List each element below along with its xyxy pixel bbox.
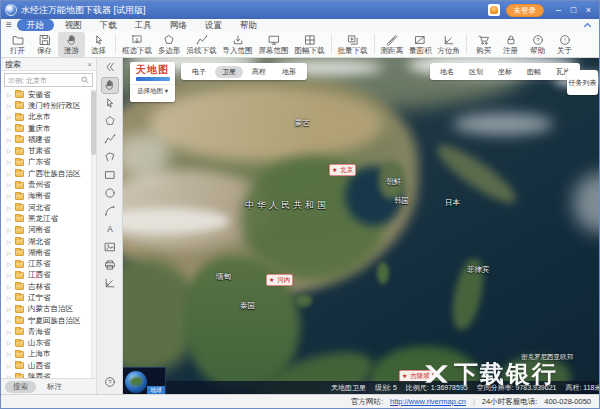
province-row[interactable]: ▷ 江苏省 [1,258,96,269]
expand-arrow-icon[interactable]: ▷ [5,351,13,357]
province-row[interactable]: ▷ 山东省 [1,338,96,349]
ribbon-button[interactable]: 多边形 [155,32,184,57]
province-row[interactable]: ▷ 青海省 [1,326,96,337]
expand-arrow-icon[interactable]: ▷ [5,340,13,346]
ribbon-button[interactable]: 框选下载 [119,32,155,57]
province-row[interactable]: ▷ 澳门特别行政区 [1,100,96,111]
expand-arrow-icon[interactable]: ▷ [5,137,13,143]
menu-item[interactable]: 开始 [17,19,54,31]
layer-tab[interactable]: 高程 [245,66,273,78]
task-list-button[interactable]: 任务列表 [567,70,598,95]
ribbon-button[interactable]: 注册 [497,32,524,57]
maximize-button[interactable]: □ [567,2,580,18]
expand-arrow-icon[interactable]: ▷ [5,250,13,256]
overlay-toggle[interactable]: 图幅 [520,66,548,78]
ribbon-button[interactable]: 保存 [31,32,58,57]
province-row[interactable]: ▷ 江西省 [1,270,96,281]
site-link[interactable]: http://www.rivermap.cn [390,397,466,406]
map-provider-card[interactable]: 天地图 选择地图 ▾ [130,62,175,102]
collapse-ribbon-icon[interactable] [580,21,594,29]
draw-polygon-tool[interactable] [101,149,119,166]
lasso-select-tool[interactable] [101,113,119,130]
menu-item[interactable]: 下载 [91,19,126,31]
ribbon-button[interactable]: 方位角 [435,32,464,57]
login-status-badge[interactable]: 未登录 [506,4,545,17]
overlay-toggle[interactable]: 地名 [433,66,461,78]
ribbon-button[interactable]: 图幅下载 [292,32,328,57]
pan-tool[interactable] [101,77,119,94]
expand-arrow-icon[interactable]: ▷ [5,295,13,301]
expand-arrow-icon[interactable]: ▷ [5,216,13,222]
expand-arrow-icon[interactable]: ▷ [5,148,13,154]
sidebar-tab[interactable]: 搜索 [5,381,36,393]
print-tool[interactable] [101,257,119,274]
measure-angle-tool[interactable] [101,275,119,292]
province-row[interactable]: ▷ 北京市 [1,112,96,123]
overlay-toggle[interactable]: 区划 [462,66,490,78]
menu-item[interactable]: 网络 [161,19,196,31]
province-row[interactable]: ▷ 湖南省 [1,247,96,258]
sidebar-scrollbar[interactable] [91,89,96,378]
ribbon-button[interactable]: 批量下载 [335,32,371,57]
layer-tab[interactable]: 卫星 [215,66,243,78]
draw-rectangle-tool[interactable] [101,167,119,184]
menu-item[interactable]: 设置 [196,19,231,31]
expand-arrow-icon[interactable]: ▷ [5,114,13,120]
expand-arrow-icon[interactable]: ▷ [5,239,13,245]
expand-arrow-icon[interactable]: ▷ [5,284,13,290]
ribbon-button[interactable]: 打开 [4,32,31,57]
expand-arrow-icon[interactable]: ▷ [5,306,13,312]
expand-arrow-icon[interactable]: ▷ [5,171,13,177]
province-row[interactable]: ▷ 宁夏回族自治区 [1,315,96,326]
province-row[interactable]: ▷ 陕西省 [1,371,96,378]
ribbon-button[interactable]: 导入范围 [220,32,256,57]
expand-arrow-icon[interactable]: ▷ [5,318,13,324]
minimize-button[interactable]: – [552,2,565,18]
expand-arrow-icon[interactable]: ▷ [5,126,13,132]
province-row[interactable]: ▷ 甘肃省 [1,145,96,156]
province-row[interactable]: ▷ 辽宁省 [1,292,96,303]
search-input[interactable] [8,77,81,84]
expand-arrow-icon[interactable]: ▷ [5,227,13,233]
expand-arrow-icon[interactable]: ▷ [5,272,13,278]
satellite-map-canvas[interactable]: 蒙古 ★ 北京 朝鲜 韩国 日本 [123,58,599,394]
province-row[interactable]: ▷ 海南省 [1,191,96,202]
hamburger-menu-icon[interactable]: ≡ [6,20,12,30]
province-row[interactable]: ▷ 福建省 [1,134,96,145]
export-image-tool[interactable] [101,239,119,256]
ribbon-button[interactable]: ! 关于 [551,32,578,57]
province-row[interactable]: ▷ 黑龙江省 [1,213,96,224]
close-button[interactable]: × [582,2,595,18]
province-row[interactable]: ▷ 广西壮族自治区 [1,168,96,179]
ribbon-button[interactable]: 量面积 [406,32,435,57]
minimap-overview[interactable]: 地球 [123,367,166,394]
province-row[interactable]: ▷ 山西省 [1,360,96,371]
sidebar-tab[interactable]: 标注 [39,381,70,393]
ribbon-button[interactable]: 屏幕范围 [256,32,292,57]
help-tool[interactable]: ? [101,374,119,391]
map-selector-dropdown[interactable]: 选择地图 ▾ [130,84,175,96]
draw-circle-tool[interactable] [101,185,119,202]
province-row[interactable]: ▷ 河北省 [1,202,96,213]
expand-arrow-icon[interactable]: ▷ [5,103,13,109]
ribbon-button[interactable]: 漫游 [58,32,85,57]
expand-arrow-icon[interactable]: ▷ [5,363,13,369]
menu-item[interactable]: 工具 [126,19,161,31]
province-row[interactable]: ▷ 安徽省 [1,89,96,100]
province-row[interactable]: ▷ 河南省 [1,225,96,236]
minimap-earth-tab[interactable]: 地球 [147,386,165,394]
draw-polyline-tool[interactable] [101,131,119,148]
menu-item[interactable]: 帮助 [231,19,266,31]
province-row[interactable]: ▷ 贵州省 [1,179,96,190]
expand-arrow-icon[interactable]: ▷ [5,329,13,335]
province-row[interactable]: ▷ 上海市 [1,349,96,360]
province-row[interactable]: ▷ 内蒙古自治区 [1,304,96,315]
province-row[interactable]: ▷ 广东省 [1,157,96,168]
expand-arrow-icon[interactable]: ▷ [5,374,13,378]
ribbon-button[interactable]: 购买 [470,32,497,57]
select-tool[interactable] [101,95,119,112]
province-row[interactable]: ▷ 湖北省 [1,236,96,247]
layer-tab[interactable]: 地形 [275,66,303,78]
expand-arrow-icon[interactable]: ▷ [5,193,13,199]
province-row[interactable]: ▷ 吉林省 [1,281,96,292]
